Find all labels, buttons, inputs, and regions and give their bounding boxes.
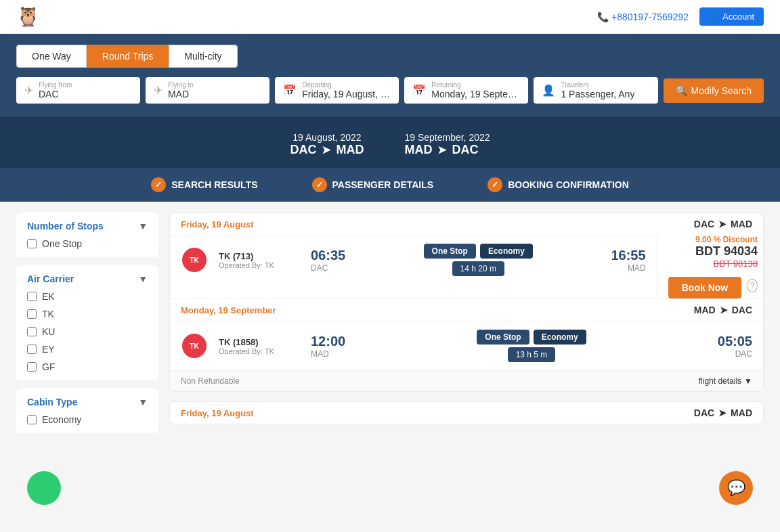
flight-date-1: Friday, 19 August xyxy=(181,219,254,229)
price-col-1: 9.00 % Discount BDT 94034 BDT 98138 Book… xyxy=(668,235,763,298)
carrier-ey: EY xyxy=(27,344,148,355)
arr-info-return: 05:05 DAC xyxy=(718,334,752,359)
route-to-return: DAC xyxy=(732,305,752,315)
flight-footer-1: Non Refundable flight details ▼ xyxy=(170,370,763,391)
dep-info-1: 06:35 DAC xyxy=(311,248,345,273)
account-button[interactable]: 👤 Account xyxy=(699,7,764,26)
carrier-filter-section: Air Carrier ▼ EK TK KU EY GF xyxy=(16,265,158,380)
arr-airport-return: DAC xyxy=(718,349,752,359)
airline-logo-img-1: TK xyxy=(182,248,207,272)
modify-search-label: Modify Search xyxy=(691,85,752,96)
flight-details-link-1[interactable]: flight details ▼ xyxy=(699,376,752,386)
flying-from-label: Flying from xyxy=(39,81,72,89)
stops-chevron-icon: ▼ xyxy=(138,221,148,231)
calendar-depart-icon: 📅 xyxy=(283,84,297,97)
flying-to-field[interactable]: ✈ Flying to MAD xyxy=(146,77,269,104)
return-from: MAD xyxy=(404,143,432,157)
flight-info-return: TK (1858) Operated By: TK xyxy=(219,337,300,355)
step-booking-icon: ✓ xyxy=(488,177,502,192)
flight-date-row-1: Friday, 19 August DAC ➤ MAD xyxy=(170,213,763,235)
returning-field[interactable]: 📅 Returning Monday, 19 Septemb xyxy=(404,77,528,104)
step-search-icon: ✓ xyxy=(151,177,166,192)
segment-left-1: TK TK (713) Operated By: TK 06:35 DAC xyxy=(170,235,657,298)
dep-airport-1: DAC xyxy=(311,263,345,273)
economy-tag-return: Economy xyxy=(534,330,586,345)
one-stop-label: One Stop xyxy=(42,238,82,249)
modify-search-button[interactable]: 🔍 Modify Search xyxy=(664,79,764,103)
flight-date-return: Monday, 19 September xyxy=(181,305,276,315)
search-panel: One Way Round Trips Multi-city ✈ Flying … xyxy=(0,34,780,117)
flight-operated-1: Operated By: TK xyxy=(219,261,300,269)
departing-field[interactable]: 📅 Departing Friday, 19 August, 20 xyxy=(275,77,399,104)
airline-logo-1: TK xyxy=(181,246,208,273)
duration-tag-1: 14 h 20 m xyxy=(452,261,504,276)
chevron-down-icon-details: ▼ xyxy=(744,376,752,386)
flying-to-label: Flying to xyxy=(168,81,194,89)
calendar-return-icon: 📅 xyxy=(412,84,426,97)
gf-checkbox[interactable] xyxy=(27,362,37,372)
ek-label: EK xyxy=(42,291,55,302)
stops-filter-header[interactable]: Number of Stops ▼ xyxy=(27,221,148,231)
ek-checkbox[interactable] xyxy=(27,292,37,301)
tab-one-way-label: One Way xyxy=(32,51,71,62)
airline-logo-img-return: TK xyxy=(182,334,207,358)
price-main-1: BDT 94034 xyxy=(668,244,758,259)
arrow-right-icon-2: ➤ xyxy=(437,143,446,156)
cabin-chevron-icon: ▼ xyxy=(138,397,148,407)
ku-label: KU xyxy=(42,326,55,337)
economy-checkbox[interactable] xyxy=(27,415,37,424)
book-now-button-1[interactable]: Book Now xyxy=(668,277,742,298)
tk-label: TK xyxy=(42,309,54,319)
travelers-value: 1 Passenger, Any xyxy=(561,89,634,99)
flying-from-value: DAC xyxy=(39,89,72,99)
route-arrow-icon-1: ➤ xyxy=(718,219,727,229)
cabin-filter-header[interactable]: Cabin Type ▼ xyxy=(27,397,148,407)
stops-filter-section: Number of Stops ▼ One Stop xyxy=(16,213,158,257)
route-to-1: MAD xyxy=(731,219,752,229)
outbound-from: DAC xyxy=(290,143,316,157)
flight-date-2: Friday, 19 August xyxy=(181,408,254,418)
travelers-icon: 👤 xyxy=(542,84,555,97)
arr-info-1: 16:55 MAD xyxy=(611,248,645,273)
flight-number-return: TK (1858) xyxy=(219,337,300,347)
phone-number: +880197-7569292 xyxy=(611,12,689,22)
tab-one-way[interactable]: One Way xyxy=(16,45,87,68)
carrier-filter-header[interactable]: Air Carrier ▼ xyxy=(27,273,148,284)
tab-multi-city[interactable]: Multi-city xyxy=(169,45,237,68)
outbound-to: MAD xyxy=(336,143,364,157)
dep-airport-return: MAD xyxy=(311,349,345,359)
airline-logo-return: TK xyxy=(181,332,208,359)
economy-label: Economy xyxy=(42,414,81,425)
dep-time-1: 06:35 xyxy=(311,248,345,263)
one-stop-checkbox[interactable] xyxy=(27,239,37,248)
step-booking-confirmation: ✓ BOOKING CONFIRMATION xyxy=(488,177,629,192)
gf-label: GF xyxy=(42,361,55,372)
return-route: 19 September, 2022 MAD ➤ DAC xyxy=(404,132,490,157)
stop-tag-1: One Stop xyxy=(424,244,476,259)
arr-time-return: 05:05 xyxy=(718,334,752,349)
flying-to-value: MAD xyxy=(168,89,194,99)
price-section-1: 9.00 % Discount BDT 94034 BDT 98138 Book… xyxy=(657,235,763,298)
departing-label: Departing xyxy=(302,81,391,89)
ey-checkbox[interactable] xyxy=(27,345,37,354)
return-to: DAC xyxy=(452,143,478,157)
step-passenger-details: ✓ PASSENGER DETAILS xyxy=(312,177,434,192)
refund-status-1: Non Refundable xyxy=(181,376,240,386)
book-now-label-1: Book Now xyxy=(682,282,728,293)
return-date: 19 September, 2022 xyxy=(404,132,490,143)
help-icon-1[interactable]: ? xyxy=(747,279,758,292)
route-from-2: DAC xyxy=(694,407,714,418)
outbound-date: 19 August, 2022 xyxy=(292,132,361,143)
step-booking-label: BOOKING CONFIRMATION xyxy=(508,179,629,190)
phone-link[interactable]: 📞 +880197-7569292 xyxy=(597,12,689,22)
route-indicator-1: DAC ➤ MAD xyxy=(694,219,752,229)
departing-value: Friday, 19 August, 20 xyxy=(302,89,391,99)
step-passenger-label: PASSENGER DETAILS xyxy=(332,179,434,190)
tk-checkbox[interactable] xyxy=(27,309,37,319)
route-from-1: DAC xyxy=(694,219,714,229)
flying-from-field[interactable]: ✈ Flying from DAC xyxy=(16,77,140,104)
ku-checkbox[interactable] xyxy=(27,327,37,336)
flight-tags-1: One Stop Economy 14 h 20 m xyxy=(356,244,600,276)
tab-round-trips[interactable]: Round Trips xyxy=(87,45,169,68)
travelers-field[interactable]: 👤 Travelers 1 Passenger, Any xyxy=(534,77,657,104)
